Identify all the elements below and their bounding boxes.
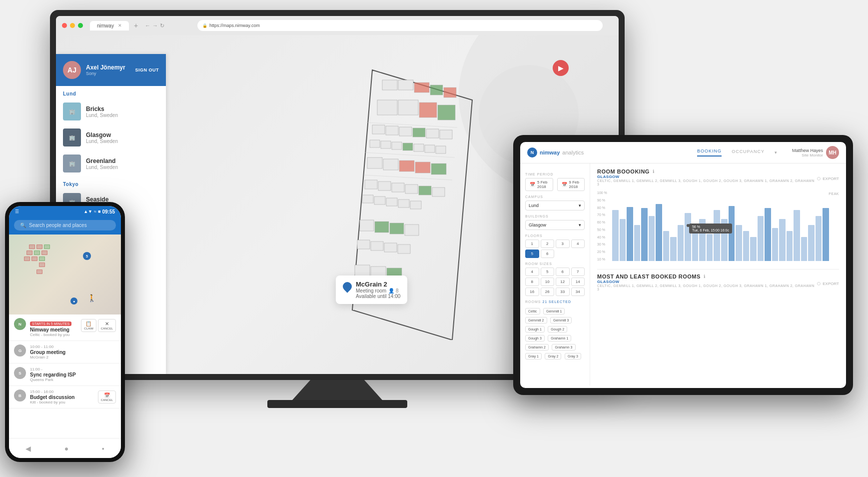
room-gemmill1[interactable]: Gemmill 1: [543, 308, 565, 314]
nimway-text: nimway: [540, 150, 560, 156]
hamburger-icon: ☰: [15, 209, 19, 214]
popup-room-name: McGrain 2: [356, 280, 400, 288]
floor-btn-4[interactable]: 4: [571, 240, 585, 248]
room-grahamn1[interactable]: Grahamn 1: [548, 335, 571, 342]
room-gray2[interactable]: Gray 2: [545, 353, 561, 360]
room-gough1[interactable]: Gough 1: [525, 326, 545, 332]
size-10[interactable]: 10: [541, 278, 555, 286]
section-divider: [597, 269, 839, 270]
minimize-button[interactable]: [70, 23, 75, 28]
svg-rect-23: [367, 158, 382, 168]
budget-content: 15:00 - 16:00 Budget discussion Kitt - b…: [30, 390, 94, 404]
tab-booking[interactable]: BOOKING: [697, 148, 722, 156]
browser-chrome: nimway ✕ + ← → ↻ 🔒 https://maps.nimway.c…: [56, 16, 619, 35]
export-button[interactable]: ⬡ EXPORT: [817, 176, 839, 181]
room-grahamn2[interactable]: Grahamn 2: [525, 344, 549, 350]
campus-select[interactable]: Lund ▾: [525, 200, 585, 210]
sync-content: 11:00 - Sync regarding ISP Queens Park: [30, 367, 116, 382]
nav-square-icon[interactable]: ▪: [102, 442, 104, 455]
room-gough3[interactable]: Gough 3: [525, 335, 545, 342]
svg-rect-41: [410, 201, 421, 209]
group-content: 10:00 - 11:00 Group meeting McGrain 2: [30, 344, 116, 360]
new-tab-button[interactable]: +: [134, 22, 138, 30]
size-16[interactable]: 16: [525, 288, 539, 296]
rooms-chips: Celtic Gemmill 1 Gemmill 2 Gemmill 3 Gou…: [525, 306, 585, 360]
monitor-base: [267, 400, 407, 408]
map-cell-2: [36, 244, 42, 249]
reload-button[interactable]: ↻: [160, 22, 164, 29]
room-grahamn3[interactable]: Grahamn 3: [552, 344, 575, 350]
floor-btn-5[interactable]: 5: [525, 250, 539, 258]
popup-info: McGrain 2 Meeting room 👤 8 Available unt…: [356, 280, 400, 299]
sidebar-item-greenland[interactable]: 🏢 Greenland Lund, Sweden: [56, 150, 166, 176]
tab-occupancy[interactable]: OCCUPANCY: [732, 149, 765, 156]
location-popup: McGrain 2 Meeting room 👤 8 Available unt…: [336, 276, 407, 304]
claim-button[interactable]: 📋 CLAIM: [81, 319, 96, 332]
cancel-button-1[interactable]: ✕ CANCEL: [98, 319, 116, 332]
room-gemmill3[interactable]: Gemmill 3: [550, 317, 572, 324]
size-8[interactable]: 8: [525, 278, 539, 286]
agenda-item-sync: S 11:00 - Sync regarding ISP Queens Park: [9, 364, 121, 386]
room-gray1[interactable]: Gray 1: [525, 353, 542, 360]
size-12[interactable]: 12: [556, 278, 570, 286]
browser-tab[interactable]: nimway ✕: [90, 21, 129, 30]
bar-24: [787, 231, 793, 261]
nimway-location: Celtic - booked by you: [30, 332, 77, 337]
size-14[interactable]: 14: [571, 278, 585, 286]
size-33[interactable]: 33: [556, 288, 570, 296]
close-button[interactable]: [62, 23, 67, 28]
starts-badge: STARTS IN 5 MINUTES: [30, 322, 71, 326]
nav-home-icon[interactable]: ●: [64, 442, 68, 455]
size-34[interactable]: 34: [571, 288, 585, 296]
nav-back-icon[interactable]: ◀: [25, 442, 31, 455]
date-to-picker[interactable]: 📅 9 Feb 2018: [557, 178, 585, 191]
search-input[interactable]: 🔍 Search people and places: [14, 220, 116, 230]
lock-icon: 🔒: [202, 24, 207, 28]
sign-out-button[interactable]: SIGN OUT: [135, 68, 159, 72]
tooltip-sub: Tue, 6 Feb, 15:00 16:0c: [692, 228, 729, 232]
budget-title: Budget discussion: [30, 394, 94, 400]
svg-rect-15: [440, 130, 452, 139]
maximize-button[interactable]: [78, 23, 83, 28]
room-gemmill2[interactable]: Gemmill 2: [525, 317, 547, 324]
size-5[interactable]: 5: [541, 268, 555, 276]
floor-btn-1[interactable]: 1: [525, 240, 539, 248]
room-celtic[interactable]: Celtic: [525, 308, 540, 314]
back-button[interactable]: ←: [145, 22, 150, 29]
svg-rect-6: [377, 100, 397, 115]
sync-title: Sync regarding ISP: [30, 372, 116, 378]
map-cell-4: [26, 250, 32, 255]
svg-rect-10: [372, 125, 385, 134]
svg-rect-16: [370, 140, 380, 148]
cancel-icon-2: 📅: [104, 392, 110, 398]
nimway-title: Nimway meeting: [30, 327, 77, 332]
export-button-2[interactable]: ⬡ EXPORT: [817, 282, 839, 286]
cancel-button-2[interactable]: 📅 CANCEL: [98, 390, 116, 404]
svg-rect-19: [403, 143, 413, 150]
room-gray3[interactable]: Gray 3: [565, 353, 581, 360]
room-gough2[interactable]: Gough 2: [548, 326, 567, 332]
group-time: 10:00 - 11:00: [30, 344, 116, 349]
forward-button[interactable]: →: [152, 22, 158, 29]
tab-close[interactable]: ✕: [118, 23, 122, 28]
floor-btn-2[interactable]: 2: [541, 240, 555, 248]
bar-26: [801, 237, 808, 261]
address-bar[interactable]: 🔒 https://maps.nimway.com: [197, 20, 603, 31]
y-60: 60 %: [597, 220, 607, 224]
floor-btn-3[interactable]: 3: [556, 240, 570, 248]
size-26[interactable]: 26: [541, 288, 555, 296]
tablet-body: TIME PERIOD 📅 5 Feb 2018 📅 9 Feb 2018 CA…: [520, 164, 846, 386]
bar-13: [707, 234, 713, 261]
buildings-select[interactable]: Glasgow ▾: [525, 220, 585, 230]
size-7[interactable]: 7: [571, 268, 585, 276]
calendar-icon-2: 📅: [562, 182, 567, 187]
size-6[interactable]: 6: [556, 268, 570, 276]
sidebar-item-bricks[interactable]: 🏢 Bricks Lund, Sweden: [56, 98, 166, 124]
date-from-picker[interactable]: 📅 5 Feb 2018: [525, 178, 553, 191]
address-text: https://maps.nimway.com: [209, 23, 260, 28]
sidebar-item-glasgow[interactable]: 🏢 Glasgow Lund, Sweden: [56, 124, 166, 150]
bar-0: [612, 210, 619, 261]
booking-section-header: ROOM BOOOKING ℹ GLASGOW CELTIC, GEMMILL …: [597, 168, 817, 189]
floor-btn-6[interactable]: 6: [541, 250, 555, 258]
size-4[interactable]: 4: [525, 268, 539, 276]
